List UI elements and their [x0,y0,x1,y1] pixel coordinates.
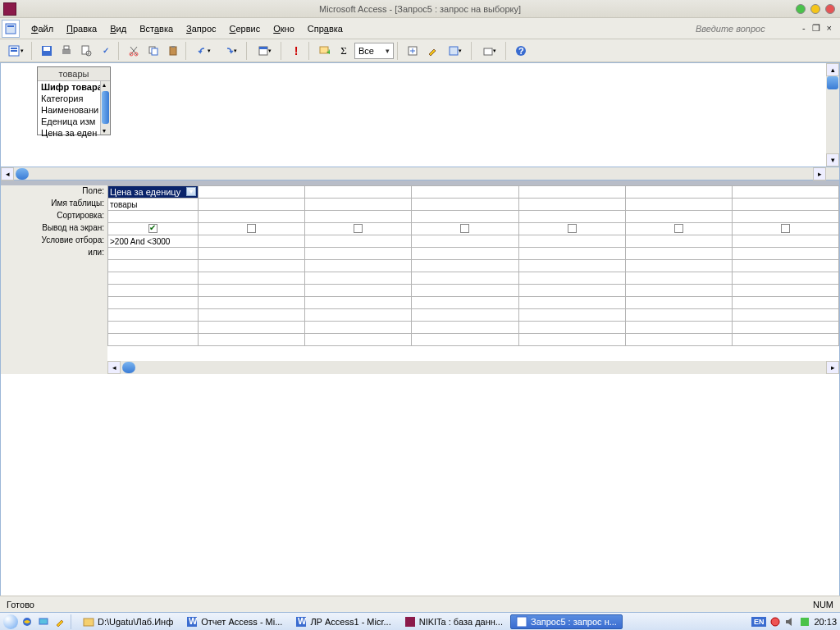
field-cell[interactable] [305,186,412,199]
field-item[interactable]: Еденица изм [38,116,110,127]
taskbar-word2[interactable]: W ЛР Access1 - Micr... [290,614,396,629]
build-button[interactable] [423,42,441,60]
menu-tools[interactable]: Сервис [223,21,267,37]
upper-pane-hscroll[interactable]: ◂ ▸ [1,167,839,180]
show-table-button[interactable]: + [315,42,333,60]
svg-rect-16 [171,46,175,48]
query-design-window: товары Шифр товара Категория Наименовани… [0,62,840,622]
toolbar: ▾ ✓ ▾ ▾ ▾ ! + Σ Все ▾ ▾ ? [0,39,840,62]
show-checkbox[interactable] [518,223,625,235]
field-cell[interactable] [412,186,518,199]
svg-rect-27 [39,619,48,624]
field-cell[interactable] [518,186,625,199]
language-indicator[interactable]: EN [751,617,767,627]
show-checkbox[interactable] [108,223,199,235]
show-checkbox[interactable] [305,223,412,235]
svg-text:W: W [189,616,198,626]
show-checkbox[interactable] [625,223,732,235]
field-cell[interactable]: Цена за еденицу▾ [108,186,199,199]
show-checkbox[interactable] [412,223,518,235]
field-item[interactable]: Категория [38,93,110,104]
scroll-up-icon[interactable]: ▴ [826,63,839,76]
criteria-cell[interactable]: >200 And <3000 [108,235,199,248]
totals-button[interactable]: Σ [335,42,353,60]
clock[interactable]: 20:13 [814,617,837,627]
scroll-left-icon[interactable]: ◂ [1,167,14,180]
start-button[interactable] [3,614,18,629]
menu-file[interactable]: Файл [25,21,60,37]
upper-pane-vscroll[interactable]: ▴ ▾ [826,63,839,167]
table-title[interactable]: товары [38,67,110,81]
scroll-left-icon[interactable]: ◂ [107,361,121,374]
table-cell[interactable]: товары [108,199,199,211]
access-icon [404,616,416,628]
svg-rect-1 [7,25,14,27]
svg-rect-22 [450,47,458,55]
svg-rect-14 [152,48,158,55]
menu-help[interactable]: Справка [301,21,349,37]
field-item[interactable]: Наименовани [38,104,110,116]
menu-query[interactable]: Запрос [180,21,222,37]
quick-launch-desktop[interactable] [36,614,51,629]
quick-launch-pencil[interactable] [52,614,67,629]
word-icon: W [186,616,198,628]
query-type-button[interactable]: ▾ [253,42,277,60]
dropdown-icon[interactable]: ▾ [186,187,196,196]
save-button[interactable] [38,42,56,60]
scroll-down-icon[interactable]: ▾ [826,153,839,167]
field-cell[interactable] [732,186,838,199]
properties-button[interactable] [404,42,422,60]
field-item[interactable]: Цена за еден [38,127,110,139]
copy-button[interactable] [144,42,162,60]
qbe-grid-hscroll[interactable]: ◂ ▸ [107,361,839,374]
undo-button[interactable]: ▾ [192,42,217,60]
taskbar-access-query[interactable]: Запрос5 : запрос н... [510,614,623,629]
status-num: NUM [813,600,833,609]
maximize-button[interactable] [810,4,820,14]
cut-button[interactable] [125,42,143,60]
help-button[interactable]: ? [512,42,530,60]
field-item[interactable]: Шифр товара [38,81,110,93]
print-button[interactable] [57,42,75,60]
close-button[interactable] [825,4,835,14]
svg-text:?: ? [518,46,524,56]
taskbar-word1[interactable]: W Отчет Access - Mi... [180,614,288,629]
table-товары[interactable]: товары Шифр товара Категория Наименовани… [37,66,111,135]
run-button[interactable]: ! [287,42,305,60]
mdi-close-button[interactable]: × [825,23,833,34]
show-checkbox[interactable] [732,223,838,235]
tray-icon[interactable] [799,616,810,628]
taskbar-access-db[interactable]: NIKITa : база данн... [399,614,509,629]
spelling-button[interactable]: ✓ [97,42,115,60]
menu-view[interactable]: Вид [103,21,133,37]
scroll-right-icon[interactable]: ▸ [826,361,839,374]
redo-button[interactable]: ▾ [218,42,243,60]
quick-launch-ie[interactable] [20,614,34,629]
qbe-grid[interactable]: Цена за еденицу▾ товары [107,185,839,374]
field-row: Цена за еденицу▾ [108,186,839,199]
volume-icon[interactable] [784,616,796,628]
menu-insert[interactable]: Вставка [133,21,180,37]
database-window-button[interactable]: ▾ [443,42,468,60]
view-button[interactable]: ▾ [3,42,28,60]
field-cell[interactable] [625,186,732,199]
menu-window[interactable]: Окно [267,21,301,37]
taskbar-folder[interactable]: D:\Ugatu\Лаб.Инф [77,614,179,629]
paste-button[interactable] [164,42,182,60]
menu-edit[interactable]: Правка [60,21,103,37]
print-preview-button[interactable] [77,42,95,60]
mdi-minimize-button[interactable]: - [801,23,807,34]
show-checkbox[interactable] [199,223,305,235]
svg-rect-18 [259,47,267,49]
help-search-input[interactable] [696,24,794,34]
scroll-right-icon[interactable]: ▸ [813,167,826,180]
tables-pane[interactable]: товары Шифр товара Категория Наименовани… [1,63,839,167]
svg-point-35 [771,618,779,626]
field-list-scrollbar[interactable] [100,81,110,135]
minimize-button[interactable] [796,4,806,14]
top-values-combo[interactable]: Все [354,43,394,59]
new-object-button[interactable]: ▾ [477,42,502,60]
mdi-restore-button[interactable]: ❐ [810,23,822,34]
tray-icon[interactable] [769,616,781,628]
field-cell[interactable] [199,186,305,199]
